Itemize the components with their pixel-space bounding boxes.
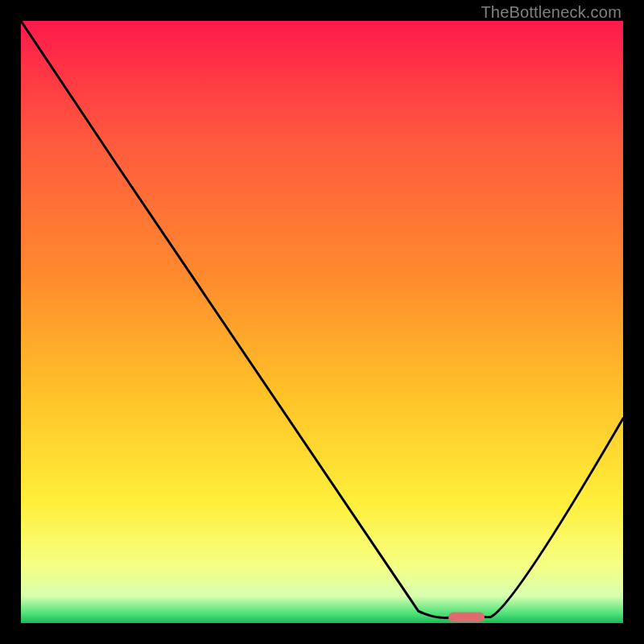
- plot-area: [21, 21, 623, 623]
- gradient-background: [21, 21, 623, 623]
- watermark-text: TheBottleneck.com: [481, 3, 621, 22]
- chart-svg: [21, 21, 623, 623]
- optimum-marker: [448, 613, 485, 622]
- chart-frame: TheBottleneck.com: [0, 0, 644, 644]
